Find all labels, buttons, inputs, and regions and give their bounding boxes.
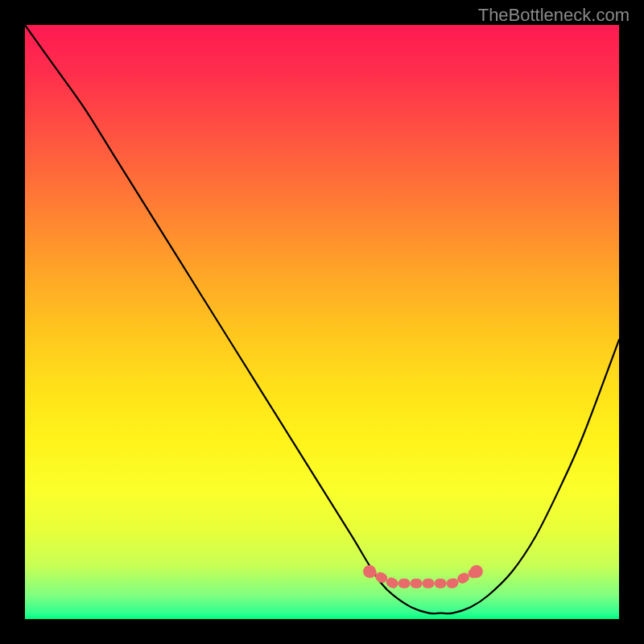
watermark-text: TheBottleneck.com: [478, 5, 630, 26]
highlight-band-stroke: [369, 572, 477, 584]
bottleneck-curve-path: [25, 25, 619, 613]
highlight-band-endpoint: [470, 565, 483, 578]
chart-svg: [25, 25, 619, 619]
highlight-band-endpoint: [363, 565, 376, 578]
chart-plot-area: [25, 25, 619, 619]
highlight-marker-band: [363, 565, 483, 584]
